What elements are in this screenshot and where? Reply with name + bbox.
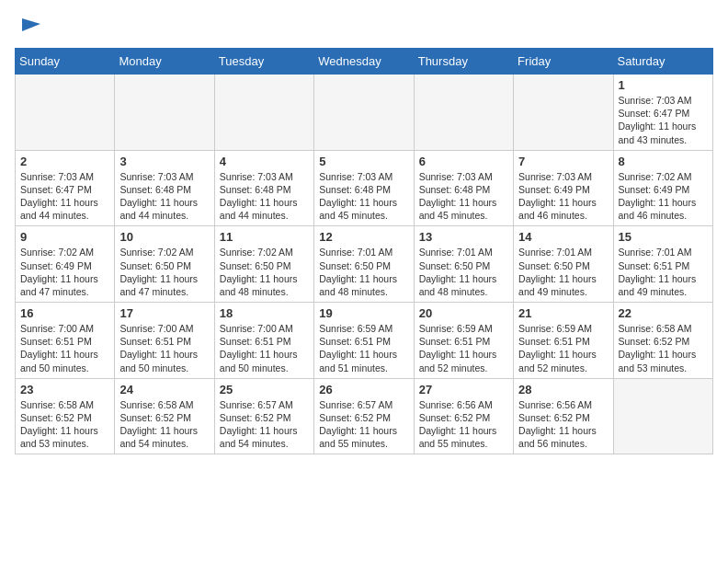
- calendar-cell: 27Sunrise: 6:56 AM Sunset: 6:52 PM Dayli…: [414, 378, 513, 454]
- day-info: Sunrise: 7:01 AM Sunset: 6:50 PM Dayligh…: [319, 246, 408, 298]
- calendar-table: SundayMondayTuesdayWednesdayThursdayFrid…: [15, 48, 713, 454]
- day-info: Sunrise: 6:57 AM Sunset: 6:52 PM Dayligh…: [319, 398, 408, 451]
- weekday-header-wednesday: Wednesday: [314, 49, 414, 75]
- day-number: 13: [419, 230, 508, 244]
- day-number: 15: [619, 230, 708, 244]
- weekday-header-friday: Friday: [514, 49, 613, 75]
- calendar-cell: 12Sunrise: 7:01 AM Sunset: 6:50 PM Dayli…: [314, 226, 414, 303]
- day-number: 9: [20, 230, 109, 244]
- day-number: 12: [319, 230, 408, 244]
- day-info: Sunrise: 6:59 AM Sunset: 6:51 PM Dayligh…: [319, 322, 408, 374]
- day-number: 25: [220, 383, 309, 396]
- day-info: Sunrise: 7:00 AM Sunset: 6:51 PM Dayligh…: [220, 322, 309, 374]
- day-info: Sunrise: 7:01 AM Sunset: 6:50 PM Dayligh…: [518, 246, 608, 298]
- day-info: Sunrise: 6:56 AM Sunset: 6:52 PM Dayligh…: [518, 398, 608, 451]
- calendar-cell: 20Sunrise: 6:59 AM Sunset: 6:51 PM Dayli…: [414, 303, 513, 379]
- day-number: 4: [220, 155, 309, 168]
- calendar-cell: [514, 75, 613, 151]
- day-number: 16: [20, 306, 109, 320]
- calendar-cell: 5Sunrise: 7:03 AM Sunset: 6:48 PM Daylig…: [314, 150, 414, 226]
- week-row-1: 1Sunrise: 7:03 AM Sunset: 6:47 PM Daylig…: [16, 75, 713, 151]
- day-number: 23: [20, 383, 109, 396]
- day-number: 14: [518, 230, 608, 244]
- day-number: 10: [119, 230, 209, 244]
- weekday-header-saturday: Saturday: [613, 49, 712, 75]
- day-info: Sunrise: 6:58 AM Sunset: 6:52 PM Dayligh…: [119, 398, 209, 451]
- calendar-cell: 4Sunrise: 7:03 AM Sunset: 6:48 PM Daylig…: [214, 150, 313, 226]
- calendar-cell: 24Sunrise: 6:58 AM Sunset: 6:52 PM Dayli…: [115, 378, 214, 454]
- day-number: 8: [619, 155, 708, 168]
- calendar-cell: 3Sunrise: 7:03 AM Sunset: 6:48 PM Daylig…: [115, 150, 214, 226]
- calendar-cell: 16Sunrise: 7:00 AM Sunset: 6:51 PM Dayli…: [16, 303, 115, 379]
- day-info: Sunrise: 7:01 AM Sunset: 6:51 PM Dayligh…: [619, 246, 708, 298]
- calendar-cell: 25Sunrise: 6:57 AM Sunset: 6:52 PM Dayli…: [214, 378, 313, 454]
- day-number: 5: [319, 155, 408, 168]
- calendar-cell: 10Sunrise: 7:02 AM Sunset: 6:50 PM Dayli…: [115, 226, 214, 303]
- day-number: 1: [619, 78, 708, 92]
- day-number: 21: [518, 306, 608, 320]
- calendar-cell: 2Sunrise: 7:03 AM Sunset: 6:47 PM Daylig…: [16, 150, 115, 226]
- calendar-cell: 26Sunrise: 6:57 AM Sunset: 6:52 PM Dayli…: [314, 378, 414, 454]
- calendar-cell: [414, 75, 513, 151]
- weekday-header-monday: Monday: [115, 49, 214, 75]
- calendar-cell: 17Sunrise: 7:00 AM Sunset: 6:51 PM Dayli…: [115, 303, 214, 379]
- day-info: Sunrise: 6:58 AM Sunset: 6:52 PM Dayligh…: [20, 398, 109, 451]
- day-info: Sunrise: 6:59 AM Sunset: 6:51 PM Dayligh…: [518, 322, 608, 374]
- calendar-cell: 8Sunrise: 7:02 AM Sunset: 6:49 PM Daylig…: [613, 150, 712, 226]
- day-info: Sunrise: 7:03 AM Sunset: 6:48 PM Dayligh…: [419, 170, 508, 223]
- day-number: 6: [419, 155, 508, 168]
- calendar-cell: 15Sunrise: 7:01 AM Sunset: 6:51 PM Dayli…: [613, 226, 712, 303]
- day-number: 20: [419, 306, 508, 320]
- week-row-2: 2Sunrise: 7:03 AM Sunset: 6:47 PM Daylig…: [16, 150, 713, 226]
- weekday-header-tuesday: Tuesday: [214, 49, 313, 75]
- day-number: 26: [319, 383, 408, 396]
- day-number: 2: [20, 155, 109, 168]
- day-info: Sunrise: 7:02 AM Sunset: 6:49 PM Dayligh…: [20, 246, 109, 298]
- day-info: Sunrise: 7:02 AM Sunset: 6:50 PM Dayligh…: [119, 246, 209, 298]
- calendar-cell: 14Sunrise: 7:01 AM Sunset: 6:50 PM Dayli…: [514, 226, 613, 303]
- day-info: Sunrise: 7:00 AM Sunset: 6:51 PM Dayligh…: [20, 322, 109, 374]
- day-number: 11: [220, 230, 309, 244]
- calendar-cell: 19Sunrise: 6:59 AM Sunset: 6:51 PM Dayli…: [314, 303, 414, 379]
- day-info: Sunrise: 6:56 AM Sunset: 6:52 PM Dayligh…: [419, 398, 508, 451]
- calendar-cell: 1Sunrise: 7:03 AM Sunset: 6:47 PM Daylig…: [613, 75, 712, 151]
- calendar-cell: 23Sunrise: 6:58 AM Sunset: 6:52 PM Dayli…: [16, 378, 115, 454]
- day-info: Sunrise: 7:03 AM Sunset: 6:48 PM Dayligh…: [319, 170, 408, 223]
- weekday-header-thursday: Thursday: [414, 49, 513, 75]
- calendar-cell: 13Sunrise: 7:01 AM Sunset: 6:50 PM Dayli…: [414, 226, 513, 303]
- week-row-5: 23Sunrise: 6:58 AM Sunset: 6:52 PM Dayli…: [16, 378, 713, 454]
- svg-marker-0: [22, 18, 40, 31]
- day-info: Sunrise: 7:02 AM Sunset: 6:49 PM Dayligh…: [619, 170, 708, 223]
- calendar-cell: 7Sunrise: 7:03 AM Sunset: 6:49 PM Daylig…: [514, 150, 613, 226]
- calendar-cell: 22Sunrise: 6:58 AM Sunset: 6:52 PM Dayli…: [613, 303, 712, 379]
- logo-flag-icon: [18, 15, 44, 40]
- day-info: Sunrise: 6:59 AM Sunset: 6:51 PM Dayligh…: [419, 322, 508, 374]
- calendar-cell: 18Sunrise: 7:00 AM Sunset: 6:51 PM Dayli…: [214, 303, 313, 379]
- day-info: Sunrise: 6:57 AM Sunset: 6:52 PM Dayligh…: [220, 398, 309, 451]
- calendar-cell: [613, 378, 712, 454]
- page-header: [15, 15, 713, 40]
- week-row-4: 16Sunrise: 7:00 AM Sunset: 6:51 PM Dayli…: [16, 303, 713, 379]
- weekday-header-row: SundayMondayTuesdayWednesdayThursdayFrid…: [16, 49, 713, 75]
- calendar-cell: 9Sunrise: 7:02 AM Sunset: 6:49 PM Daylig…: [16, 226, 115, 303]
- calendar-cell: [314, 75, 414, 151]
- day-number: 17: [119, 306, 209, 320]
- day-info: Sunrise: 7:03 AM Sunset: 6:47 PM Dayligh…: [619, 94, 708, 146]
- calendar-cell: 11Sunrise: 7:02 AM Sunset: 6:50 PM Dayli…: [214, 226, 313, 303]
- day-info: Sunrise: 7:02 AM Sunset: 6:50 PM Dayligh…: [220, 246, 309, 298]
- day-number: 22: [619, 306, 708, 320]
- calendar-cell: [115, 75, 214, 151]
- calendar-cell: [214, 75, 313, 151]
- weekday-header-sunday: Sunday: [16, 49, 115, 75]
- day-info: Sunrise: 7:01 AM Sunset: 6:50 PM Dayligh…: [419, 246, 508, 298]
- day-number: 3: [119, 155, 209, 168]
- day-info: Sunrise: 7:03 AM Sunset: 6:47 PM Dayligh…: [20, 170, 109, 223]
- day-number: 7: [518, 155, 608, 168]
- week-row-3: 9Sunrise: 7:02 AM Sunset: 6:49 PM Daylig…: [16, 226, 713, 303]
- day-info: Sunrise: 7:03 AM Sunset: 6:49 PM Dayligh…: [518, 170, 608, 223]
- day-info: Sunrise: 6:58 AM Sunset: 6:52 PM Dayligh…: [619, 322, 708, 374]
- day-number: 24: [119, 383, 209, 396]
- day-info: Sunrise: 7:00 AM Sunset: 6:51 PM Dayligh…: [119, 322, 209, 374]
- calendar-cell: 21Sunrise: 6:59 AM Sunset: 6:51 PM Dayli…: [514, 303, 613, 379]
- logo: [15, 15, 44, 40]
